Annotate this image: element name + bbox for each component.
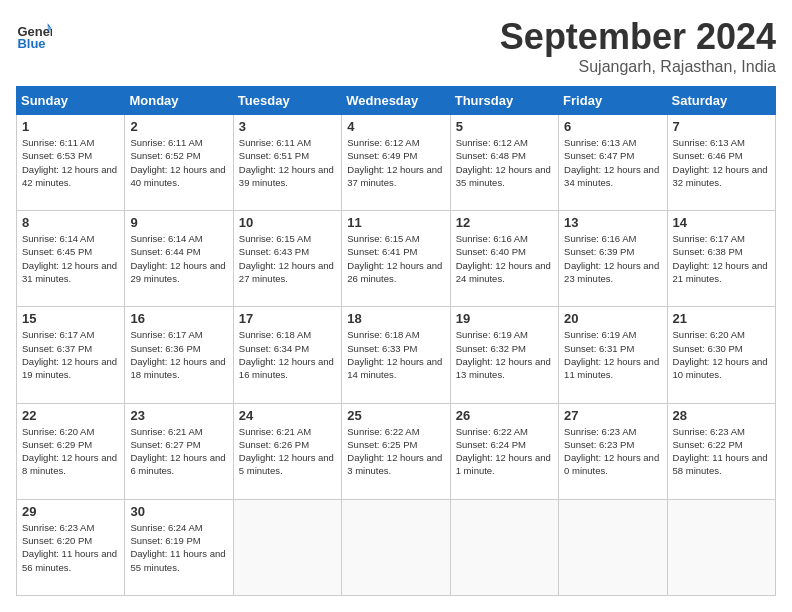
calendar-cell: 20 Sunrise: 6:19 AMSunset: 6:31 PMDaylig… [559, 307, 667, 403]
day-number: 7 [673, 119, 770, 134]
day-number: 19 [456, 311, 553, 326]
header-sunday: Sunday [17, 87, 125, 115]
header-wednesday: Wednesday [342, 87, 450, 115]
day-info: Sunrise: 6:24 AMSunset: 6:19 PMDaylight:… [130, 521, 227, 574]
calendar-cell: 13 Sunrise: 6:16 AMSunset: 6:39 PMDaylig… [559, 211, 667, 307]
day-number: 23 [130, 408, 227, 423]
header-monday: Monday [125, 87, 233, 115]
day-number: 14 [673, 215, 770, 230]
day-number: 27 [564, 408, 661, 423]
calendar-cell [342, 499, 450, 595]
day-number: 6 [564, 119, 661, 134]
svg-text:Blue: Blue [17, 36, 45, 51]
day-info: Sunrise: 6:14 AMSunset: 6:44 PMDaylight:… [130, 232, 227, 285]
calendar-cell: 10 Sunrise: 6:15 AMSunset: 6:43 PMDaylig… [233, 211, 341, 307]
main-title: September 2024 [500, 16, 776, 58]
day-info: Sunrise: 6:23 AMSunset: 6:22 PMDaylight:… [673, 425, 770, 478]
day-number: 5 [456, 119, 553, 134]
day-info: Sunrise: 6:15 AMSunset: 6:43 PMDaylight:… [239, 232, 336, 285]
header-friday: Friday [559, 87, 667, 115]
calendar-cell: 18 Sunrise: 6:18 AMSunset: 6:33 PMDaylig… [342, 307, 450, 403]
weekday-header-row: Sunday Monday Tuesday Wednesday Thursday… [17, 87, 776, 115]
calendar-cell: 8 Sunrise: 6:14 AMSunset: 6:45 PMDayligh… [17, 211, 125, 307]
day-info: Sunrise: 6:17 AMSunset: 6:36 PMDaylight:… [130, 328, 227, 381]
day-number: 1 [22, 119, 119, 134]
day-info: Sunrise: 6:17 AMSunset: 6:37 PMDaylight:… [22, 328, 119, 381]
day-info: Sunrise: 6:16 AMSunset: 6:40 PMDaylight:… [456, 232, 553, 285]
calendar-cell: 15 Sunrise: 6:17 AMSunset: 6:37 PMDaylig… [17, 307, 125, 403]
day-number: 2 [130, 119, 227, 134]
calendar-cell: 17 Sunrise: 6:18 AMSunset: 6:34 PMDaylig… [233, 307, 341, 403]
calendar-row: 8 Sunrise: 6:14 AMSunset: 6:45 PMDayligh… [17, 211, 776, 307]
calendar-cell [667, 499, 775, 595]
subtitle: Sujangarh, Rajasthan, India [500, 58, 776, 76]
calendar-cell: 5 Sunrise: 6:12 AMSunset: 6:48 PMDayligh… [450, 115, 558, 211]
calendar-cell: 30 Sunrise: 6:24 AMSunset: 6:19 PMDaylig… [125, 499, 233, 595]
calendar-cell: 22 Sunrise: 6:20 AMSunset: 6:29 PMDaylig… [17, 403, 125, 499]
calendar-row: 1 Sunrise: 6:11 AMSunset: 6:53 PMDayligh… [17, 115, 776, 211]
day-number: 21 [673, 311, 770, 326]
day-info: Sunrise: 6:19 AMSunset: 6:31 PMDaylight:… [564, 328, 661, 381]
day-number: 22 [22, 408, 119, 423]
day-number: 30 [130, 504, 227, 519]
day-info: Sunrise: 6:13 AMSunset: 6:46 PMDaylight:… [673, 136, 770, 189]
calendar-cell [559, 499, 667, 595]
day-number: 28 [673, 408, 770, 423]
day-info: Sunrise: 6:14 AMSunset: 6:45 PMDaylight:… [22, 232, 119, 285]
day-number: 9 [130, 215, 227, 230]
day-info: Sunrise: 6:20 AMSunset: 6:30 PMDaylight:… [673, 328, 770, 381]
calendar-cell: 26 Sunrise: 6:22 AMSunset: 6:24 PMDaylig… [450, 403, 558, 499]
day-info: Sunrise: 6:22 AMSunset: 6:24 PMDaylight:… [456, 425, 553, 478]
calendar-cell: 14 Sunrise: 6:17 AMSunset: 6:38 PMDaylig… [667, 211, 775, 307]
calendar-cell: 4 Sunrise: 6:12 AMSunset: 6:49 PMDayligh… [342, 115, 450, 211]
calendar-cell: 9 Sunrise: 6:14 AMSunset: 6:44 PMDayligh… [125, 211, 233, 307]
day-info: Sunrise: 6:15 AMSunset: 6:41 PMDaylight:… [347, 232, 444, 285]
calendar-cell: 25 Sunrise: 6:22 AMSunset: 6:25 PMDaylig… [342, 403, 450, 499]
header-saturday: Saturday [667, 87, 775, 115]
day-info: Sunrise: 6:11 AMSunset: 6:53 PMDaylight:… [22, 136, 119, 189]
calendar-row: 29 Sunrise: 6:23 AMSunset: 6:20 PMDaylig… [17, 499, 776, 595]
header-tuesday: Tuesday [233, 87, 341, 115]
day-number: 11 [347, 215, 444, 230]
calendar-cell: 28 Sunrise: 6:23 AMSunset: 6:22 PMDaylig… [667, 403, 775, 499]
calendar-row: 15 Sunrise: 6:17 AMSunset: 6:37 PMDaylig… [17, 307, 776, 403]
calendar-cell: 16 Sunrise: 6:17 AMSunset: 6:36 PMDaylig… [125, 307, 233, 403]
day-info: Sunrise: 6:12 AMSunset: 6:48 PMDaylight:… [456, 136, 553, 189]
calendar-body: 1 Sunrise: 6:11 AMSunset: 6:53 PMDayligh… [17, 115, 776, 596]
day-info: Sunrise: 6:11 AMSunset: 6:51 PMDaylight:… [239, 136, 336, 189]
calendar-cell: 12 Sunrise: 6:16 AMSunset: 6:40 PMDaylig… [450, 211, 558, 307]
day-number: 12 [456, 215, 553, 230]
calendar-cell: 3 Sunrise: 6:11 AMSunset: 6:51 PMDayligh… [233, 115, 341, 211]
day-number: 13 [564, 215, 661, 230]
day-number: 15 [22, 311, 119, 326]
calendar-cell: 24 Sunrise: 6:21 AMSunset: 6:26 PMDaylig… [233, 403, 341, 499]
calendar-cell [233, 499, 341, 595]
day-number: 25 [347, 408, 444, 423]
day-info: Sunrise: 6:18 AMSunset: 6:34 PMDaylight:… [239, 328, 336, 381]
day-number: 20 [564, 311, 661, 326]
calendar-cell: 1 Sunrise: 6:11 AMSunset: 6:53 PMDayligh… [17, 115, 125, 211]
day-number: 26 [456, 408, 553, 423]
calendar-cell: 19 Sunrise: 6:19 AMSunset: 6:32 PMDaylig… [450, 307, 558, 403]
day-info: Sunrise: 6:22 AMSunset: 6:25 PMDaylight:… [347, 425, 444, 478]
calendar-cell: 27 Sunrise: 6:23 AMSunset: 6:23 PMDaylig… [559, 403, 667, 499]
day-number: 16 [130, 311, 227, 326]
page: General Blue September 2024 Sujangarh, R… [0, 0, 792, 612]
day-number: 18 [347, 311, 444, 326]
day-info: Sunrise: 6:16 AMSunset: 6:39 PMDaylight:… [564, 232, 661, 285]
day-info: Sunrise: 6:12 AMSunset: 6:49 PMDaylight:… [347, 136, 444, 189]
day-info: Sunrise: 6:21 AMSunset: 6:26 PMDaylight:… [239, 425, 336, 478]
day-number: 24 [239, 408, 336, 423]
day-info: Sunrise: 6:18 AMSunset: 6:33 PMDaylight:… [347, 328, 444, 381]
calendar-table: Sunday Monday Tuesday Wednesday Thursday… [16, 86, 776, 596]
header: General Blue September 2024 Sujangarh, R… [16, 16, 776, 76]
title-area: September 2024 Sujangarh, Rajasthan, Ind… [500, 16, 776, 76]
calendar-cell [450, 499, 558, 595]
day-info: Sunrise: 6:19 AMSunset: 6:32 PMDaylight:… [456, 328, 553, 381]
calendar-cell: 23 Sunrise: 6:21 AMSunset: 6:27 PMDaylig… [125, 403, 233, 499]
day-info: Sunrise: 6:13 AMSunset: 6:47 PMDaylight:… [564, 136, 661, 189]
calendar-cell: 6 Sunrise: 6:13 AMSunset: 6:47 PMDayligh… [559, 115, 667, 211]
day-info: Sunrise: 6:17 AMSunset: 6:38 PMDaylight:… [673, 232, 770, 285]
day-number: 17 [239, 311, 336, 326]
day-number: 29 [22, 504, 119, 519]
